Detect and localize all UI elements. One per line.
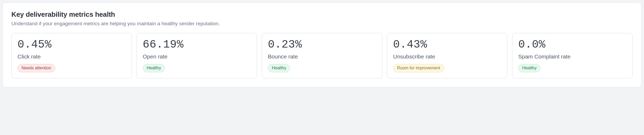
metric-value: 0.43% [393, 39, 501, 51]
deliverability-metrics-panel: Key deliverability metrics health Unders… [3, 3, 641, 87]
metric-card-spam-complaint-rate: 0.0% Spam Complaint rate Healthy [512, 33, 633, 78]
metric-label: Unsubscribe rate [393, 53, 501, 60]
metric-card-open-rate: 66.19% Open rate Healthy [137, 33, 257, 78]
metric-label: Open rate [143, 53, 251, 60]
status-badge: Healthy [518, 64, 541, 72]
metric-label: Spam Complaint rate [518, 53, 626, 60]
metric-value: 66.19% [143, 39, 251, 51]
panel-title: Key deliverability metrics health [11, 10, 633, 19]
metric-card-bounce-rate: 0.23% Bounce rate Healthy [262, 33, 382, 78]
metric-value: 0.0% [518, 39, 626, 51]
status-badge: Room for improvement [393, 64, 444, 72]
metric-card-click-rate: 0.45% Click rate Needs attention [11, 33, 132, 78]
metric-label: Bounce rate [268, 53, 376, 60]
status-badge: Healthy [268, 64, 290, 72]
status-badge: Needs attention [18, 64, 55, 72]
metrics-row: 0.45% Click rate Needs attention 66.19% … [11, 33, 633, 78]
metric-card-unsubscribe-rate: 0.43% Unsubscribe rate Room for improvem… [387, 33, 507, 78]
metric-value: 0.23% [268, 39, 376, 51]
panel-subtitle: Understand if your engagement metrics ar… [11, 21, 633, 27]
status-badge: Healthy [143, 64, 165, 72]
metric-label: Click rate [18, 53, 126, 60]
metric-value: 0.45% [18, 39, 126, 51]
